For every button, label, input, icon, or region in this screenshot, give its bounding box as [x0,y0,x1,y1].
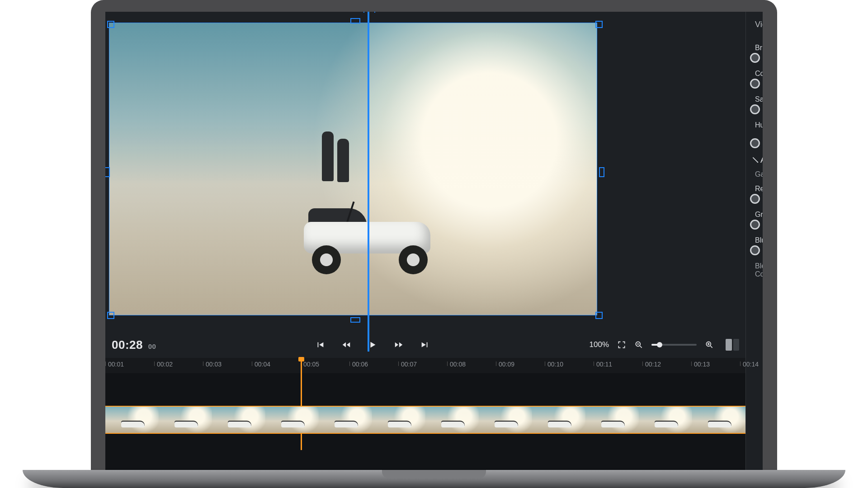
preview-area [105,12,745,332]
timeline-ruler[interactable]: 00:0100:0200:0300:0400:0500:0600:0700:08… [105,358,745,373]
ruler-tick: 00:04 [255,361,270,368]
laptop-notch [382,470,486,478]
crop-handle-br[interactable] [595,312,603,319]
chevron-down-icon [753,157,759,163]
clip-track[interactable] [105,406,745,434]
clip-thumbnail[interactable] [319,407,372,433]
zoom-label: 100% [590,340,609,349]
clip-thumbnail[interactable] [585,407,639,433]
figure [322,131,334,181]
current-time: 00:28 00 [112,338,156,352]
crop-handle-bottom[interactable] [350,317,360,323]
laptop-base [23,470,845,488]
transport-bar: 00:28 00 100% [105,332,745,358]
clip-thumbnail[interactable] [425,407,479,433]
ruler-tick: 00:03 [206,361,222,368]
ruler-tick: 00:06 [352,361,368,368]
ruler-tick: 00:13 [694,361,710,368]
advanced-title: Advanced [760,155,763,165]
clip-thumbnail[interactable] [639,407,692,433]
ruler-tick: 00:09 [499,361,514,368]
timeline-gap [105,373,745,406]
figure [337,139,349,182]
ruler-tick: 00:14 [743,361,759,368]
time-main: 00:28 [112,338,143,352]
color-panel: Brightness100 Contrast100 Saturation100 [746,34,763,286]
crop-handle-right[interactable] [599,167,604,177]
ruler-tick: 00:07 [401,361,417,368]
ruler-tick: 00:02 [157,361,173,368]
playhead[interactable] [301,358,302,450]
green-label: Green [755,211,763,219]
app-screen: 00:28 00 100% [105,12,763,470]
ruler-tick: 00:05 [303,361,319,368]
video-preview[interactable] [109,23,597,315]
fast-forward-icon[interactable] [394,340,404,350]
video-editor-app: 00:28 00 100% [105,12,763,470]
screen-bezel: 00:28 00 100% [91,0,777,470]
laptop-mock: 00:28 00 100% [86,0,782,479]
clip-thumbnail[interactable] [479,407,532,433]
zoom-slider[interactable] [651,344,697,346]
vehicle [290,204,453,272]
crop-handle-left[interactable] [105,167,110,177]
fullscreen-icon[interactable] [617,340,626,349]
ruler-tick: 00:12 [645,361,661,368]
zoom-controls: 100% [590,339,739,351]
crop-handle-tr[interactable] [595,21,603,28]
ruler-tick: 00:10 [547,361,563,368]
timeline-rest [105,434,745,470]
red-label: Red [755,185,763,193]
tab-video[interactable]: Video [755,20,763,29]
blue-label: Blue [755,236,763,244]
skip-end-icon[interactable] [420,340,430,350]
crop-handle-tl[interactable] [107,21,114,28]
skip-start-icon[interactable] [315,340,325,350]
ruler-tick: 00:11 [596,361,612,368]
crop-handle-bl[interactable] [107,312,114,319]
clip-thumbnail[interactable] [692,407,745,433]
contrast-label: Contrast [755,70,763,78]
rewind-icon[interactable] [341,340,351,350]
clip-thumbnail[interactable] [105,407,159,433]
left-pane: 00:28 00 100% [105,12,745,470]
zoom-in-icon[interactable] [705,340,714,349]
saturation-label: Saturation [755,95,763,103]
compare-toggle-icon[interactable] [726,339,739,351]
ruler-tick: 00:08 [450,361,466,368]
brightness-label: Brightness [755,44,763,52]
compare-divider[interactable] [368,12,369,352]
transport-buttons [156,340,589,350]
clip-thumbnail[interactable] [159,407,212,433]
inspector-panel: VideoEffectsColorAu Brightness100 Contra… [745,12,763,470]
clip-thumbnail[interactable] [212,407,265,433]
clip-thumbnail[interactable] [532,407,585,433]
time-frames: 00 [148,343,156,350]
zoom-out-icon[interactable] [634,340,643,349]
hue-label: HueRotation [755,121,763,137]
clip-thumbnail[interactable] [372,407,425,433]
crop-handle-top[interactable] [350,18,360,23]
clip-thumbnail[interactable] [265,407,319,433]
inspector-tabs: VideoEffectsColorAu [746,12,763,34]
ruler-tick: 00:01 [108,361,124,368]
